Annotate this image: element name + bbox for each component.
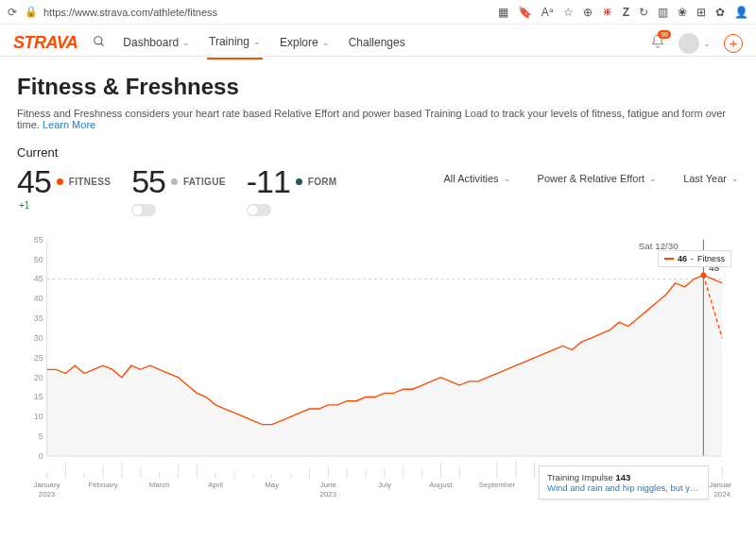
ext-icon[interactable]: ⊕ <box>583 6 593 19</box>
form-toggle[interactable] <box>247 204 271 216</box>
notifications-icon[interactable]: 99 <box>650 34 665 52</box>
ext-icon[interactable]: ⊞ <box>696 6 706 19</box>
svg-text:55: 55 <box>34 235 43 245</box>
chevron-down-icon: ⌄ <box>703 39 711 48</box>
strava-logo[interactable]: STRAVA <box>13 33 77 53</box>
svg-rect-24 <box>103 465 104 479</box>
svg-rect-38 <box>366 471 367 479</box>
ext-icon[interactable]: ▦ <box>498 6 508 19</box>
svg-rect-47 <box>534 462 535 479</box>
chevron-down-icon: ⌄ <box>182 38 190 47</box>
ext-icon[interactable]: Aᵃ <box>541 6 554 19</box>
ext-icon[interactable]: ❀ <box>678 6 687 19</box>
svg-rect-42 <box>440 463 441 478</box>
ext-icon[interactable]: 🔖 <box>518 6 532 19</box>
svg-rect-43 <box>459 467 460 479</box>
svg-text:30: 30 <box>34 333 43 343</box>
svg-text:March: March <box>149 481 170 489</box>
svg-rect-21 <box>46 473 47 479</box>
svg-rect-26 <box>140 467 141 478</box>
page-title: Fitness & Freshness <box>17 74 739 100</box>
stats-row: 45 FITNESS +1 55 FATIGUE -11 FORM All Ac… <box>17 163 739 216</box>
svg-rect-35 <box>309 467 310 478</box>
svg-text:February: February <box>88 481 117 489</box>
form-label: FORM <box>308 177 337 187</box>
svg-rect-30 <box>215 472 216 478</box>
nav-explore[interactable]: Explore⌄ <box>278 28 332 59</box>
ext-icon[interactable]: Z <box>623 6 629 19</box>
ext-icon[interactable]: 👤 <box>734 6 748 19</box>
search-icon[interactable] <box>93 35 106 51</box>
fitness-dot-icon <box>57 178 63 185</box>
svg-text:June: June <box>320 481 336 489</box>
ext-icon[interactable]: ☆ <box>563 6 574 19</box>
chart-legend: 46 - Fitness <box>658 250 731 267</box>
reload-icon[interactable]: ⟳ <box>8 6 17 19</box>
stat-fitness: 45 FITNESS +1 <box>17 163 111 211</box>
url-text: https://www.strava.com/athlete/fitness <box>43 7 217 18</box>
stat-fatigue: 55 FATIGUE <box>131 163 226 216</box>
svg-rect-57 <box>722 465 723 478</box>
chart-filters: All Activities⌄ Power & Relative Effort⌄… <box>444 163 739 184</box>
tooltip-activity-link[interactable]: Wind and rain and hip niggles, but year … <box>547 482 700 493</box>
nav-challenges[interactable]: Challenges <box>347 28 407 59</box>
svg-text:0: 0 <box>39 451 43 461</box>
fitness-value: 45 <box>17 163 51 200</box>
svg-point-0 <box>94 37 102 44</box>
ext-icon[interactable]: ↻ <box>639 6 648 19</box>
chevron-down-icon: ⌄ <box>322 38 330 47</box>
svg-text:25: 25 <box>34 353 43 363</box>
fatigue-toggle[interactable] <box>131 204 156 216</box>
svg-rect-39 <box>384 469 385 479</box>
svg-rect-33 <box>271 474 272 479</box>
legend-line-icon <box>664 258 674 260</box>
svg-text:August: August <box>429 481 453 489</box>
svg-rect-40 <box>403 465 404 479</box>
svg-text:January: January <box>34 481 60 489</box>
add-button[interactable]: + <box>724 34 743 53</box>
svg-rect-37 <box>347 467 348 478</box>
svg-text:20: 20 <box>34 373 43 382</box>
learn-more-link[interactable]: Learn More <box>43 119 95 130</box>
fatigue-dot-icon <box>171 178 178 185</box>
svg-text:January: January <box>709 481 731 489</box>
svg-rect-41 <box>421 469 422 478</box>
chevron-down-icon: ⌄ <box>731 174 739 183</box>
user-menu[interactable]: ⌄ <box>679 33 711 54</box>
svg-rect-36 <box>328 465 329 478</box>
current-label: Current <box>17 145 739 160</box>
svg-text:40: 40 <box>34 294 43 303</box>
notification-badge: 99 <box>658 30 671 39</box>
avatar <box>679 33 699 54</box>
svg-text:September: September <box>479 481 516 489</box>
svg-rect-44 <box>478 475 479 478</box>
filter-activity[interactable]: All Activities⌄ <box>444 173 511 184</box>
svg-rect-27 <box>159 471 160 478</box>
svg-text:2023: 2023 <box>39 490 56 499</box>
filter-range[interactable]: Last Year⌄ <box>683 173 739 184</box>
fitness-delta: +1 <box>19 200 111 211</box>
svg-text:35: 35 <box>34 313 43 323</box>
filter-metric[interactable]: Power & Relative Effort⌄ <box>538 173 658 184</box>
svg-rect-23 <box>84 472 85 479</box>
url-box[interactable]: 🔒 https://www.strava.com/athlete/fitness <box>25 6 490 18</box>
fatigue-value: 55 <box>131 163 165 200</box>
svg-text:45: 45 <box>34 275 43 284</box>
svg-text:5: 5 <box>39 431 43 441</box>
svg-text:July: July <box>378 481 391 489</box>
ext-icon[interactable]: ✿ <box>715 6 725 19</box>
svg-rect-28 <box>178 465 179 478</box>
svg-rect-29 <box>197 464 198 478</box>
browser-address-bar: ⟳ 🔒 https://www.strava.com/athlete/fitne… <box>0 0 756 25</box>
svg-rect-32 <box>252 475 253 479</box>
form-dot-icon <box>296 178 302 185</box>
ext-icon[interactable]: ▥ <box>658 6 668 19</box>
fitness-chart[interactable]: 0510152025303540455055Sat 12/3045January… <box>25 231 731 505</box>
stat-form: -11 FORM <box>247 163 337 216</box>
lock-icon: 🔒 <box>25 6 38 18</box>
nav-dashboard[interactable]: Dashboard⌄ <box>121 28 192 59</box>
ext-icon[interactable]: ⛯ <box>602 6 613 19</box>
nav-training[interactable]: Training⌄ <box>207 27 263 59</box>
svg-text:10: 10 <box>34 412 43 421</box>
svg-text:April: April <box>208 481 223 489</box>
